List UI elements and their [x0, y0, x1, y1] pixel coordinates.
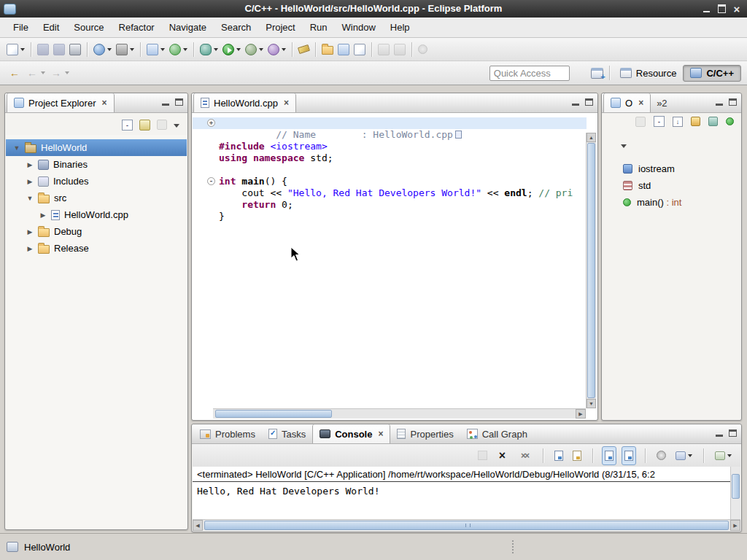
code-editor[interactable]: // Name : HelloWorld.cpp #include <iostr…: [193, 113, 587, 409]
menu-refactor[interactable]: Refactor: [112, 18, 162, 36]
open-type-icon[interactable]: [352, 40, 368, 59]
perspective-resource-button[interactable]: Resource: [614, 66, 684, 81]
minimize-view-icon[interactable]: [162, 104, 169, 106]
console-output[interactable]: Hello, Red Hat Developers World!: [193, 482, 730, 519]
remove-launch-icon[interactable]: [495, 446, 510, 465]
menu-run[interactable]: Run: [303, 18, 335, 36]
link-with-editor-icon[interactable]: [635, 117, 646, 127]
save-all-icon[interactable]: [51, 40, 67, 59]
titlebar[interactable]: C/C++ - HelloWorld/src/HelloWorld.cpp - …: [0, 0, 747, 18]
minimize-view-icon[interactable]: [716, 435, 723, 437]
close-icon[interactable]: [284, 98, 289, 108]
print-icon[interactable]: [67, 40, 83, 59]
tree-item-helloworld-cpp[interactable]: HelloWorld.cpp: [6, 206, 187, 223]
last-edit-location-icon[interactable]: [6, 63, 23, 82]
link-with-editor-icon[interactable]: [139, 120, 150, 131]
view-menu-icon[interactable]: [174, 124, 179, 128]
editor-horizontal-scrollbar[interactable]: [213, 408, 586, 419]
hidden-views-badge[interactable]: »2: [657, 93, 667, 112]
quick-access-input[interactable]: [489, 66, 570, 81]
close-icon[interactable]: [378, 429, 383, 439]
tree-item-debug[interactable]: Debug: [6, 223, 187, 240]
outline-item-std[interactable]: std: [603, 177, 740, 194]
search-icon[interactable]: [296, 40, 311, 59]
minimize-view-icon[interactable]: [572, 104, 579, 106]
close-icon[interactable]: [730, 3, 743, 15]
word-wrap-icon[interactable]: [622, 446, 636, 465]
tree-item-src[interactable]: src: [6, 190, 187, 206]
expander-icon[interactable]: [26, 161, 34, 168]
menu-source[interactable]: Source: [66, 18, 111, 36]
display-selected-console-icon[interactable]: [673, 446, 694, 465]
external-tools-icon[interactable]: [243, 40, 266, 59]
tab-problems[interactable]: Problems: [193, 424, 262, 443]
minimize-icon[interactable]: [700, 3, 713, 15]
tab-properties[interactable]: Properties: [390, 424, 460, 443]
forward-icon[interactable]: [47, 63, 71, 82]
open-resource-icon[interactable]: [336, 40, 352, 59]
scroll-down-icon[interactable]: [587, 399, 596, 408]
expander-icon[interactable]: [26, 228, 34, 236]
back-icon[interactable]: [23, 63, 47, 82]
maximize-view-icon[interactable]: [585, 98, 593, 106]
new-class-icon[interactable]: [167, 40, 190, 59]
scroll-up-icon[interactable]: [587, 133, 596, 142]
prev-annotation-icon[interactable]: [392, 40, 408, 59]
outline-item-main[interactable]: main() : int: [603, 194, 740, 211]
scrollbar-thumb[interactable]: [732, 474, 740, 499]
menu-search[interactable]: Search: [214, 18, 258, 36]
scroll-left-icon[interactable]: [193, 520, 203, 531]
menu-help[interactable]: Help: [383, 18, 417, 36]
scroll-lock-icon[interactable]: [602, 446, 616, 465]
console-horizontal-scrollbar[interactable]: [193, 519, 740, 531]
perspective-cpp-button[interactable]: C/C++: [683, 65, 741, 82]
fold-collapse-icon[interactable]: [207, 177, 215, 185]
app-menu-icon[interactable]: [4, 4, 16, 15]
tab-tasks[interactable]: Tasks: [262, 424, 312, 443]
scroll-right-icon[interactable]: [730, 520, 740, 531]
debug-icon[interactable]: [198, 40, 220, 59]
pin-editor-icon[interactable]: [416, 40, 430, 59]
sort-icon[interactable]: [673, 117, 683, 127]
tab-console[interactable]: Console: [312, 424, 390, 443]
focus-icon[interactable]: [157, 120, 167, 130]
tree-item-release[interactable]: Release: [6, 240, 187, 257]
menu-file[interactable]: File: [6, 18, 36, 36]
outline-item-iostream[interactable]: iostream: [603, 160, 740, 177]
tree-item-binaries[interactable]: Binaries: [6, 156, 187, 173]
clear-console-icon[interactable]: [552, 446, 565, 465]
hide-static-icon[interactable]: [708, 117, 718, 126]
view-menu-chevron-icon[interactable]: [621, 144, 627, 148]
menu-navigate[interactable]: Navigate: [162, 18, 214, 36]
collapse-all-icon[interactable]: [122, 120, 133, 131]
export-log-icon[interactable]: [570, 446, 584, 465]
maximize-view-icon[interactable]: [175, 98, 183, 106]
new-source-file-icon[interactable]: [144, 40, 167, 59]
close-icon[interactable]: [101, 98, 107, 108]
expander-icon[interactable]: [39, 211, 47, 219]
profile-icon[interactable]: [266, 40, 288, 59]
expander-icon[interactable]: [26, 178, 34, 185]
menu-project[interactable]: Project: [258, 18, 302, 36]
maximize-icon[interactable]: [715, 3, 728, 15]
console-vertical-scrollbar[interactable]: [730, 467, 740, 519]
expander-icon[interactable]: [26, 195, 34, 202]
menu-window[interactable]: Window: [335, 18, 383, 36]
run-icon[interactable]: [220, 40, 243, 59]
tab-call-graph[interactable]: Call Graph: [460, 424, 534, 443]
editor-vertical-scrollbar[interactable]: [586, 133, 596, 408]
minimize-view-icon[interactable]: [716, 104, 723, 106]
tab-helloworld-cpp[interactable]: HelloWorld.cpp: [193, 93, 296, 112]
hide-fields-icon[interactable]: [691, 117, 700, 126]
build-configurations-icon[interactable]: [114, 40, 136, 59]
new-wizard-icon[interactable]: [4, 40, 27, 59]
collapse-all-icon[interactable]: [654, 116, 665, 127]
menu-edit[interactable]: Edit: [36, 18, 66, 36]
open-console-icon[interactable]: [713, 446, 734, 465]
maximize-view-icon[interactable]: [729, 429, 737, 437]
pin-console-icon[interactable]: [654, 446, 668, 465]
next-annotation-icon[interactable]: [376, 40, 392, 59]
expander-icon[interactable]: [13, 144, 20, 152]
statusbar-grip[interactable]: [512, 540, 514, 553]
remove-all-launches-icon[interactable]: [515, 446, 534, 465]
